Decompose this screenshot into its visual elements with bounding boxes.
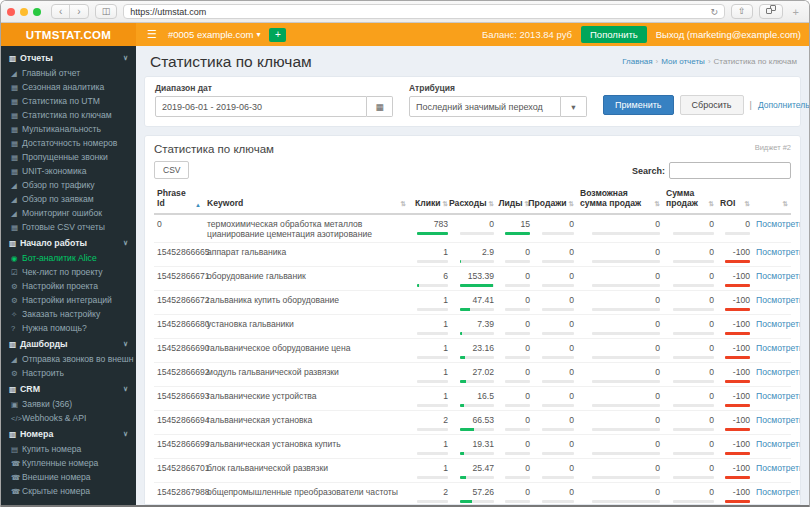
tab-overview-icon[interactable] bbox=[759, 4, 783, 19]
sidebar-item[interactable]: ▣Заявки (366) bbox=[1, 397, 136, 411]
sidebar-item[interactable]: ◢Обзор по трафику bbox=[1, 178, 136, 192]
hamburger-icon[interactable]: ☰ bbox=[136, 28, 168, 41]
project-selector[interactable]: #0005 example.com ▾ bbox=[168, 29, 261, 40]
value-cell: 0 bbox=[577, 315, 663, 339]
sidebar-item[interactable]: ⚙Настройки интеграций bbox=[1, 293, 136, 307]
address-bar[interactable]: https://utmstat.com ↻ bbox=[123, 4, 725, 19]
view-link[interactable]: Посмотреть bbox=[756, 487, 801, 497]
brand-logo[interactable]: UTMSTAT.COM bbox=[1, 23, 136, 46]
sidebar-item[interactable]: ◉Бот-аналитик Alice bbox=[1, 251, 136, 265]
back-button[interactable]: ‹ bbox=[52, 5, 70, 18]
search-input[interactable] bbox=[669, 162, 791, 179]
close-window-button[interactable] bbox=[7, 8, 15, 16]
add-project-button[interactable]: + bbox=[269, 28, 286, 42]
sidebar-item-label: Скрытые номера bbox=[22, 486, 90, 496]
view-link[interactable]: Посмотреть bbox=[756, 319, 801, 329]
sidebar-section-Дашборды[interactable]: ▥Дашборды∨ bbox=[1, 335, 136, 352]
sidebar-item[interactable]: </>Webhooks & API bbox=[1, 411, 136, 425]
cell-value: 0 bbox=[580, 295, 660, 305]
sidebar-section-Номера[interactable]: ▥Номера∨ bbox=[1, 425, 136, 442]
sidebar-item[interactable]: ▦Сезонная аналитика bbox=[1, 80, 136, 94]
logout-link[interactable]: Выход (marketing@example.com) bbox=[656, 29, 801, 40]
column-header[interactable]: Keyword⇅ bbox=[204, 184, 409, 214]
view-link[interactable]: Посмотреть bbox=[756, 463, 801, 473]
sidebar-item[interactable]: ▦UNIT-экономика bbox=[1, 164, 136, 178]
value-bar bbox=[460, 332, 494, 335]
sidebar-toggle-icon[interactable]: ◫ bbox=[95, 4, 118, 19]
sidebar-item[interactable]: ◢Отправка звонков во внешн bbox=[1, 352, 136, 366]
reset-button[interactable]: Сбросить bbox=[680, 95, 744, 115]
sidebar-item[interactable]: ▦Пропущенные звонки bbox=[1, 150, 136, 164]
sidebar-section-Начало работы[interactable]: ▥Начало работы∨ bbox=[1, 234, 136, 251]
sidebar-item[interactable]: ◢Главный отчет bbox=[1, 66, 136, 80]
view-link[interactable]: Посмотреть bbox=[756, 343, 801, 353]
sidebar-item[interactable]: ▦Достаточность номеров bbox=[1, 136, 136, 150]
sidebar-item[interactable]: ◢Обзор по заявкам bbox=[1, 192, 136, 206]
reload-icon[interactable]: ↻ bbox=[710, 7, 718, 17]
sidebar-item[interactable]: ▦Готовые CSV отчеты bbox=[1, 220, 136, 234]
view-link[interactable]: Посмотреть bbox=[756, 439, 801, 449]
column-header[interactable]: Возможная сумма продаж⇅ bbox=[577, 184, 663, 214]
sidebar-item-label: Внешние номера bbox=[22, 472, 91, 482]
topup-button[interactable]: Пополнить bbox=[581, 26, 647, 43]
sidebar-section-Отчеты[interactable]: ▥Отчеты∨ bbox=[1, 49, 136, 66]
sidebar-item[interactable]: ☎Внешние номера bbox=[1, 470, 136, 484]
column-header[interactable]: Расходы⇅ bbox=[451, 184, 497, 214]
column-header[interactable]: Сумма продаж⇅ bbox=[663, 184, 717, 214]
view-link[interactable]: Посмотреть bbox=[756, 219, 801, 229]
minimize-window-button[interactable] bbox=[20, 8, 28, 16]
csv-export-button[interactable]: CSV bbox=[154, 161, 189, 179]
breadcrumb-separator: › bbox=[656, 57, 659, 66]
apply-button[interactable]: Применить bbox=[603, 95, 674, 115]
value-bar bbox=[505, 332, 531, 335]
view-link[interactable]: Посмотреть bbox=[756, 295, 801, 305]
value-bar bbox=[673, 404, 714, 407]
sidebar-item[interactable]: ▤Купить номера bbox=[1, 442, 136, 456]
column-header[interactable]: ⇅ bbox=[753, 184, 791, 214]
bar-fill bbox=[460, 428, 474, 431]
column-header[interactable]: Продажи⇅ bbox=[533, 184, 577, 214]
breadcrumb-link[interactable]: Мои отчеты bbox=[661, 57, 705, 66]
bar-fill bbox=[505, 232, 531, 235]
sidebar-item[interactable]: ▦Статистика по ключам bbox=[1, 108, 136, 122]
value-cell: 0 bbox=[663, 387, 717, 411]
new-tab-icon[interactable]: + bbox=[789, 6, 803, 18]
sidebar-item[interactable]: ▦Мультиканальность bbox=[1, 122, 136, 136]
breadcrumb-link[interactable]: Главная bbox=[622, 57, 652, 66]
bar-fill bbox=[417, 232, 448, 235]
more-options-link[interactable]: Дополнительно bbox=[758, 100, 809, 110]
view-link[interactable]: Посмотреть bbox=[756, 271, 801, 281]
chevron-down-icon[interactable]: ▾ bbox=[561, 96, 587, 117]
sidebar-item[interactable]: ☑Чек-лист по проекту bbox=[1, 265, 136, 279]
sidebar-item[interactable]: ⚙Настройки проекта bbox=[1, 279, 136, 293]
cell-value: 783 bbox=[412, 219, 448, 229]
maximize-window-button[interactable] bbox=[33, 8, 41, 16]
date-range-input[interactable]: 2019-06-01 - 2019-06-30 bbox=[155, 96, 367, 117]
forward-button[interactable]: › bbox=[70, 5, 87, 18]
calendar-icon[interactable]: ▦ bbox=[367, 96, 393, 117]
cell-value: 0 bbox=[666, 271, 714, 281]
view-link[interactable]: Посмотреть bbox=[756, 391, 801, 401]
sidebar-section-CRM[interactable]: ▥CRM∨ bbox=[1, 380, 136, 397]
sidebar-item[interactable]: ✧Заказать настройку bbox=[1, 307, 136, 321]
view-link[interactable]: Посмотреть bbox=[756, 415, 801, 425]
url-text: https://utmstat.com bbox=[130, 7, 710, 17]
bar-fill-negative bbox=[725, 500, 751, 503]
column-header[interactable]: Клики⇅ bbox=[409, 184, 451, 214]
attribution-select[interactable]: Последний значимый переход bbox=[409, 96, 561, 117]
share-icon[interactable]: ⇧ bbox=[731, 4, 753, 19]
column-header[interactable]: ROI⇅ bbox=[717, 184, 753, 214]
sidebar-item[interactable]: ☎Скрытые номера bbox=[1, 484, 136, 498]
column-header[interactable]: Phrase Id▲ bbox=[154, 184, 204, 214]
sidebar-item-label: Пропущенные звонки bbox=[22, 152, 108, 162]
view-link[interactable]: Посмотреть bbox=[756, 367, 801, 377]
sidebar-item[interactable]: ◢Мониторинг ошибок bbox=[1, 206, 136, 220]
value-cell: 0 bbox=[577, 435, 663, 459]
sidebar-item[interactable]: ⚙Настроить bbox=[1, 366, 136, 380]
sidebar-item[interactable]: ☎Купленные номера bbox=[1, 456, 136, 470]
view-link[interactable]: Посмотреть bbox=[756, 247, 801, 257]
cell-value: 23.16 bbox=[454, 343, 494, 353]
sidebar-item[interactable]: ▦Статистика по UTM bbox=[1, 94, 136, 108]
value-bar bbox=[542, 500, 574, 503]
sidebar-item[interactable]: ?Нужна помощь? bbox=[1, 321, 136, 335]
